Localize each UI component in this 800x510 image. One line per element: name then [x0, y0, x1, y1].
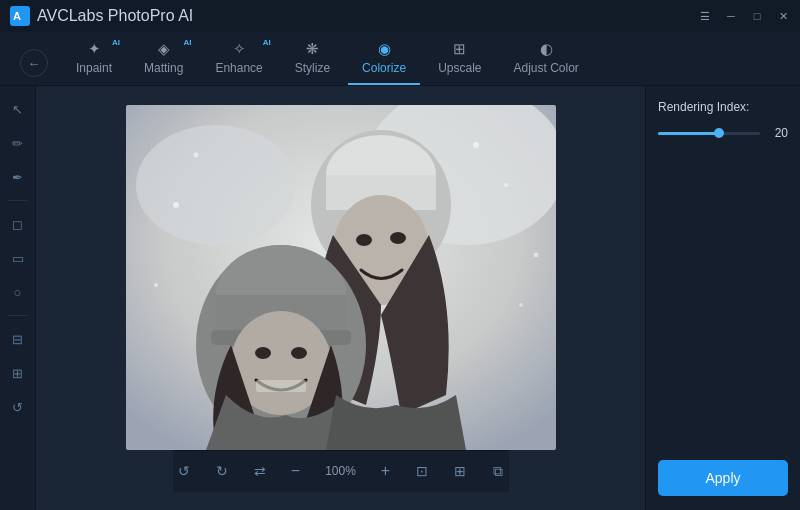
main-content: ↖ ✏ ✒ ◻ ▭ ○ ⊟ ⊞ ↺ — [0, 86, 800, 510]
left-sidebar: ↖ ✏ ✒ ◻ ▭ ○ ⊟ ⊞ ↺ — [0, 86, 36, 510]
flip-button[interactable]: ⇄ — [249, 460, 271, 482]
tab-matting[interactable]: ◈ Matting AI — [130, 34, 197, 85]
svg-rect-26 — [126, 105, 556, 450]
right-panel: Rendering Index: 20 Apply — [645, 86, 800, 510]
stylize-icon: ❋ — [306, 40, 319, 58]
crop-button[interactable]: ⊡ — [411, 460, 433, 482]
bottom-toolbar: ↺ ↻ ⇄ − 100% + ⊡ ⊞ ⧉ — [173, 450, 509, 492]
adjust-color-icon: ◐ — [540, 40, 553, 58]
zoom-out-button[interactable]: − — [287, 462, 305, 480]
titlebar-controls: ☰ ─ □ ✕ — [698, 9, 790, 23]
ai-badge-inpaint: AI — [112, 38, 120, 47]
tool-layers[interactable]: ⊟ — [5, 326, 31, 352]
image-container — [126, 105, 556, 450]
rendering-slider-track[interactable] — [658, 132, 760, 135]
title-bar-left: A AVCLabs PhotoPro AI — [10, 6, 193, 26]
rendering-slider-fill — [658, 132, 719, 135]
maximize-button[interactable]: □ — [750, 9, 764, 23]
sidebar-divider-1 — [8, 200, 28, 201]
tab-colorize-label: Colorize — [362, 61, 406, 75]
app-logo-icon: A — [10, 6, 30, 26]
upscale-icon: ⊞ — [453, 40, 466, 58]
app-title: AVCLabs PhotoPro AI — [37, 7, 193, 25]
tab-inpaint[interactable]: ✦ Inpaint AI — [62, 34, 126, 85]
tool-eraser[interactable]: ◻ — [5, 211, 31, 237]
tool-rectangle[interactable]: ▭ — [5, 245, 31, 271]
colorize-icon: ◉ — [378, 40, 391, 58]
rendering-index-label: Rendering Index: — [658, 100, 788, 114]
fit-button[interactable]: ⊞ — [449, 460, 471, 482]
sidebar-divider-2 — [8, 315, 28, 316]
tab-enhance[interactable]: ✧ Enhance AI — [201, 34, 276, 85]
tool-pen[interactable]: ✒ — [5, 164, 31, 190]
ai-badge-enhance: AI — [263, 38, 271, 47]
enhance-icon: ✧ — [233, 40, 246, 58]
tab-inpaint-label: Inpaint — [76, 61, 112, 75]
tool-brush[interactable]: ✏ — [5, 130, 31, 156]
rotate-left-button[interactable]: ↺ — [173, 460, 195, 482]
title-bar: A AVCLabs PhotoPro AI ☰ ─ □ ✕ — [0, 0, 800, 32]
minimize-button[interactable]: ─ — [724, 9, 738, 23]
tab-stylize[interactable]: ❋ Stylize — [281, 34, 344, 85]
canvas-image — [126, 105, 556, 450]
tool-adjustments[interactable]: ⊞ — [5, 360, 31, 386]
inpaint-icon: ✦ — [88, 40, 101, 58]
back-button[interactable]: ← — [20, 49, 48, 77]
menu-button[interactable]: ☰ — [698, 9, 712, 23]
rendering-slider-value: 20 — [768, 126, 788, 140]
tool-history[interactable]: ↺ — [5, 394, 31, 420]
ai-badge-matting: AI — [183, 38, 191, 47]
tool-ellipse[interactable]: ○ — [5, 279, 31, 305]
rendering-slider-container: 20 — [658, 126, 788, 140]
close-button[interactable]: ✕ — [776, 9, 790, 23]
tab-upscale-label: Upscale — [438, 61, 481, 75]
nav-toolbar: ← ✦ Inpaint AI ◈ Matting AI ✧ Enhance AI… — [0, 32, 800, 86]
fullscreen-button[interactable]: ⧉ — [487, 460, 509, 482]
rotate-right-button[interactable]: ↻ — [211, 460, 233, 482]
tab-stylize-label: Stylize — [295, 61, 330, 75]
tab-adjust-color[interactable]: ◐ Adjust Color — [499, 34, 592, 85]
tab-colorize[interactable]: ◉ Colorize — [348, 34, 420, 85]
canvas-area: ↺ ↻ ⇄ − 100% + ⊡ ⊞ ⧉ — [36, 86, 645, 510]
matting-icon: ◈ — [158, 40, 170, 58]
tab-enhance-label: Enhance — [215, 61, 262, 75]
tab-adjust-color-label: Adjust Color — [513, 61, 578, 75]
back-icon: ← — [28, 56, 41, 71]
tab-matting-label: Matting — [144, 61, 183, 75]
tool-select[interactable]: ↖ — [5, 96, 31, 122]
zoom-in-button[interactable]: + — [377, 462, 395, 480]
svg-text:A: A — [13, 10, 21, 22]
rendering-slider-thumb[interactable] — [714, 128, 724, 138]
tab-upscale[interactable]: ⊞ Upscale — [424, 34, 495, 85]
zoom-value: 100% — [321, 464, 361, 478]
apply-button[interactable]: Apply — [658, 460, 788, 496]
